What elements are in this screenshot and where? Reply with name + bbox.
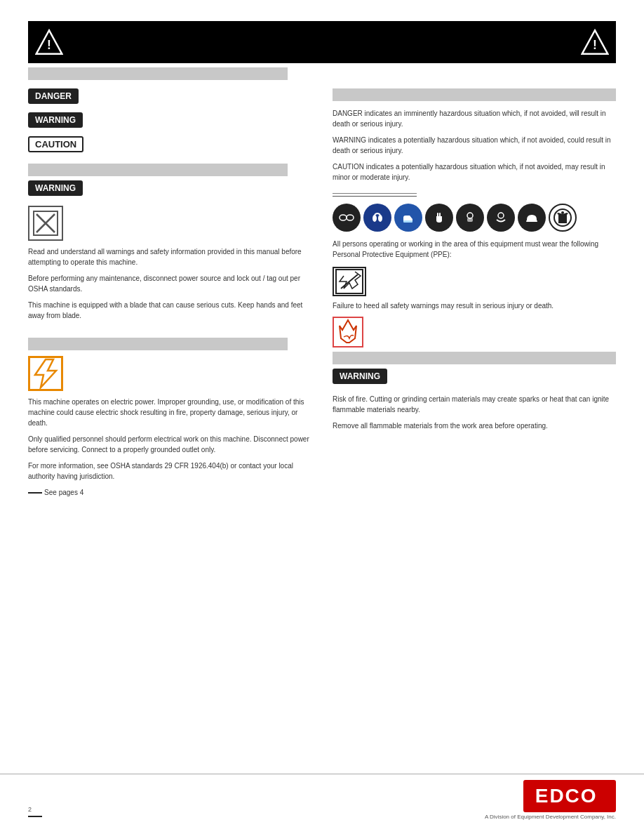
- elec-body-text-1: This machine operates on electric power.…: [28, 397, 311, 428]
- edco-logo-box: EDCO®: [523, 780, 616, 812]
- electric-icon: [32, 358, 59, 389]
- svg-rect-16: [403, 220, 412, 223]
- left-column: DANGER WARNING CAUTION WARNING: [28, 88, 311, 498]
- page: ! ! DANGER WARNING CAUTION: [0, 0, 644, 834]
- footer: 2 EDCO® A Division of Equipment Developm…: [0, 774, 644, 820]
- svg-marker-7: [35, 359, 56, 388]
- edco-logo-text: EDCO: [535, 785, 598, 807]
- caution-badge: CAUTION: [28, 136, 83, 152]
- neck-protection-icon: [487, 204, 515, 232]
- right-body-text-7: Remove all flammable materials from the …: [333, 421, 616, 431]
- gray-bar-3: [333, 88, 616, 101]
- warning-badge-1: WARNING: [28, 112, 83, 128]
- danger-badge: DANGER: [28, 88, 79, 104]
- warning-badge-3: WARNING: [333, 369, 387, 384]
- right-column: DANGER indicates an imminently hazardous…: [333, 88, 616, 498]
- ppe-icons-row: [333, 204, 616, 232]
- left-body-text-3: This machine is equipped with a blade th…: [28, 300, 311, 321]
- gray-bar-2: [28, 338, 288, 350]
- right-body-text-2: WARNING indicates a potentially hazardou…: [333, 135, 616, 156]
- saw-icon-box: [333, 267, 366, 296]
- left-body-text-2: Before performing any maintenance, disco…: [28, 273, 311, 294]
- elec-body-text-3: For more information, see OSHA standards…: [28, 461, 311, 482]
- steel-boots-icon: [394, 204, 422, 232]
- safety-glasses-icon: [333, 204, 361, 232]
- underline-link-text: ————————————: [333, 189, 417, 197]
- svg-rect-24: [526, 220, 537, 222]
- fan-icon: [32, 210, 59, 237]
- edco-registered-mark: ®: [598, 796, 604, 804]
- hearing-protection-icon: [363, 204, 391, 232]
- svg-point-13: [373, 215, 377, 222]
- svg-text:!: !: [47, 38, 51, 52]
- svg-marker-29: [340, 320, 356, 343]
- right-body-text-5: Failure to heed all safety warnings may …: [333, 300, 616, 311]
- svg-point-26: [561, 211, 564, 214]
- svg-point-21: [492, 209, 509, 226]
- footer-page-number: 2: [28, 806, 42, 820]
- elec-body-text-2: Only qualified personnel should perform …: [28, 434, 311, 455]
- face-shield-icon: [456, 204, 484, 232]
- flame-icon: [335, 319, 361, 345]
- footer-underline: [28, 816, 42, 817]
- blade-cut-icon-box: [28, 206, 63, 241]
- right-body-text-3: CAUTION indicates a potentially hazardou…: [333, 161, 616, 183]
- svg-rect-20: [467, 218, 473, 222]
- head-protection-icon: [518, 204, 546, 232]
- right-body-text-1: DANGER indicates an imminently hazardous…: [333, 108, 616, 129]
- saw-blade-icon: [335, 269, 363, 294]
- header-subtitle-bar: [28, 67, 288, 80]
- footnote-text: See pages 4: [44, 489, 83, 496]
- edco-logo-subtitle: A Division of Equipment Development Comp…: [485, 814, 616, 820]
- edco-logo: EDCO® A Division of Equipment Developmen…: [485, 780, 616, 820]
- flame-icon-box: [333, 317, 363, 348]
- gray-bar-1: [28, 164, 288, 176]
- header-warning-bar: ! !: [28, 21, 616, 63]
- electric-hazard-icon-box: [28, 356, 63, 391]
- gloves-icon: [425, 204, 453, 232]
- footnote-underline: [28, 492, 42, 494]
- gray-bar-4: [333, 352, 616, 364]
- left-body-text-1: Read and understand all warnings and saf…: [28, 246, 311, 267]
- svg-point-14: [378, 215, 382, 222]
- warning-triangle-left-icon: !: [35, 28, 63, 56]
- warning-triangle-right-icon: !: [581, 28, 609, 56]
- svg-text:!: !: [593, 38, 597, 52]
- warning-badge-2: WARNING: [28, 180, 83, 196]
- body-protection-icon: [549, 204, 577, 232]
- right-body-text-4: All persons operating or working in the …: [333, 239, 616, 260]
- svg-point-12: [369, 209, 386, 226]
- right-body-text-6: Risk of fire. Cutting or grinding certai…: [333, 394, 616, 415]
